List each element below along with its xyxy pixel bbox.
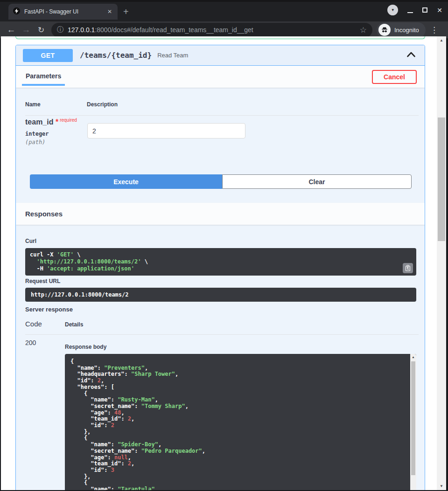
- back-icon[interactable]: ←: [4, 25, 19, 35]
- curl-command-block: curl -X 'GET' \ 'http://127.0.0.1:8000/t…: [25, 248, 416, 276]
- column-code: Code: [25, 320, 42, 328]
- menu-icon[interactable]: ⋮: [430, 25, 438, 35]
- response-body-block: { "name": "Preventers", "headquarters": …: [65, 354, 416, 490]
- parameter-name: team_id *required: [25, 118, 77, 126]
- page-scrollbar[interactable]: ▲ ▼: [437, 36, 446, 490]
- star-icon[interactable]: ☆: [360, 25, 367, 35]
- info-icon[interactable]: ⓘ: [57, 26, 63, 34]
- forward-icon[interactable]: →: [19, 25, 34, 35]
- minimize-icon[interactable]: [407, 7, 413, 13]
- parameters-header: Parameters Cancel: [16, 66, 425, 88]
- response-body-label: Response body: [65, 344, 106, 350]
- status-code: 200: [25, 339, 36, 346]
- incognito-label: Incognito: [394, 27, 419, 34]
- request-url-value: http://127.0.0.1:8000/teams/2: [25, 288, 416, 302]
- required-label: required: [60, 118, 77, 123]
- responses-header: Responses: [16, 203, 425, 225]
- reload-icon[interactable]: ↻: [34, 25, 49, 35]
- response-body-json: { "name": "Preventers", "headquarters": …: [65, 354, 410, 490]
- curl-command: curl -X 'GET' \ 'http://127.0.0.1:8000/t…: [30, 251, 412, 272]
- url-path: :8000/docs#/default/read_team_teams__tea…: [95, 26, 253, 34]
- responses-title: Responses: [25, 203, 63, 225]
- parameter-location: (path): [25, 139, 45, 145]
- divider: [25, 115, 419, 116]
- tab-parameters[interactable]: Parameters: [22, 72, 65, 86]
- browser-titlebar: FastAPI - Swagger UI ✕ + ▼ ✕ ← → ↻ ⓘ 127…: [0, 0, 448, 36]
- column-details: Details: [65, 321, 83, 328]
- column-description: Description: [87, 101, 118, 108]
- operation-description: Read Team: [157, 52, 188, 59]
- incognito-badge: Incognito: [377, 22, 426, 38]
- cancel-button[interactable]: Cancel: [372, 70, 417, 84]
- site-favicon-icon: [13, 7, 20, 16]
- inner-scroll-up-icon[interactable]: ▲: [410, 355, 416, 359]
- swagger-page: GET /teams/{team_id} Read Team Parameter…: [1, 36, 437, 490]
- copy-icon[interactable]: [403, 263, 413, 273]
- request-url-label: Request URL: [25, 278, 60, 284]
- response-body-scrollbar[interactable]: ▲: [410, 354, 416, 490]
- scroll-up-icon[interactable]: ▲: [437, 38, 446, 42]
- get-operation-block: GET /teams/{team_id} Read Team Parameter…: [15, 45, 425, 490]
- browser-toolbar: ← → ↻ ⓘ 127.0.0.1:8000/docs#/default/rea…: [0, 21, 448, 38]
- page-scrollbar-thumb[interactable]: [438, 118, 445, 241]
- browser-tab[interactable]: FastAPI - Swagger UI ✕: [8, 4, 118, 20]
- chevron-down-icon[interactable]: ▼: [387, 5, 398, 15]
- parameter-type: integer: [25, 131, 49, 137]
- method-badge: GET: [23, 49, 73, 62]
- scroll-down-icon[interactable]: ▼: [437, 484, 446, 488]
- close-icon[interactable]: ✕: [437, 7, 442, 14]
- new-tab-icon[interactable]: +: [123, 7, 129, 17]
- curl-label: Curl: [25, 238, 36, 244]
- incognito-icon: [378, 24, 391, 36]
- operation-summary-bar[interactable]: GET /teams/{team_id} Read Team: [16, 45, 425, 66]
- team-id-input[interactable]: [87, 123, 245, 138]
- response-scrollbar-thumb[interactable]: [411, 361, 415, 475]
- maximize-icon[interactable]: [422, 7, 427, 13]
- url-bar[interactable]: ⓘ 127.0.0.1:8000/docs#/default/read_team…: [51, 23, 372, 37]
- previous-operation-block-edge: [15, 36, 425, 39]
- operation-path: /teams/{team_id}: [80, 51, 152, 60]
- tab-title: FastAPI - Swagger UI: [24, 8, 106, 15]
- clear-button[interactable]: Clear: [222, 174, 412, 189]
- tab-close-icon[interactable]: ✕: [106, 8, 113, 15]
- url-text: 127.0.0.1:8000/docs#/default/read_team_t…: [68, 26, 356, 34]
- divider: [25, 334, 419, 335]
- execute-button[interactable]: Execute: [30, 174, 222, 189]
- required-star: *: [56, 118, 58, 126]
- url-host: 127.0.0.1: [68, 26, 95, 34]
- column-name: Name: [25, 101, 41, 108]
- chevron-up-icon[interactable]: [406, 51, 416, 60]
- server-response-label: Server response: [25, 306, 73, 313]
